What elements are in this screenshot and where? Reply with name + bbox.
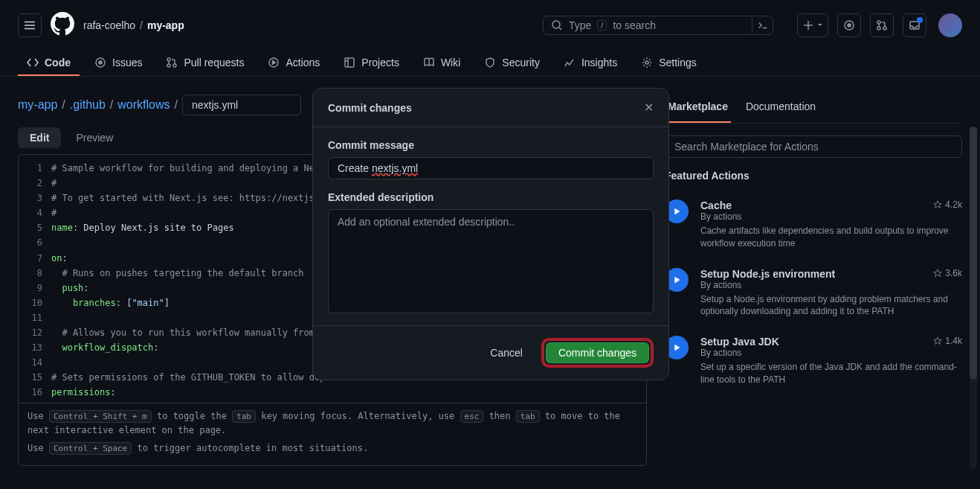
marketplace-tab[interactable]: Marketplace	[665, 95, 731, 123]
tab-issues[interactable]: Issues	[86, 51, 151, 76]
star-icon	[933, 269, 942, 278]
svg-point-5	[883, 27, 886, 30]
code-icon	[27, 57, 39, 68]
issues-button[interactable]	[837, 13, 861, 37]
featured-heading: Featured Actions	[665, 170, 962, 182]
gear-icon	[641, 57, 653, 68]
extended-desc-input[interactable]: Add an optional extended description..	[328, 209, 654, 313]
filename-input[interactable]	[182, 95, 301, 115]
crumb-github[interactable]: .github	[70, 98, 106, 112]
plus-icon	[802, 19, 814, 31]
svg-point-4	[877, 27, 880, 30]
action-card[interactable]: Setup Node.js environment3.6k By actions…	[665, 259, 962, 327]
star-icon	[933, 336, 942, 345]
scrollbar-thumb[interactable]	[970, 127, 977, 380]
play-icon	[268, 57, 280, 68]
search-input[interactable]: Type / to search	[543, 16, 773, 35]
svg-point-0	[552, 21, 560, 28]
commit-modal: Commit changes ✕ Commit message Create n…	[312, 88, 669, 380]
pr-icon	[876, 19, 888, 31]
github-logo[interactable]	[51, 12, 74, 39]
tab-insights[interactable]: Insights	[555, 51, 626, 76]
commit-message-input[interactable]: Create nextjs.yml	[328, 157, 654, 179]
repo-breadcrumb: rafa-coelho / my-app	[83, 19, 184, 31]
graph-icon	[564, 57, 576, 68]
create-menu[interactable]	[797, 13, 828, 37]
issue-icon	[843, 19, 855, 31]
svg-point-9	[167, 64, 170, 67]
notification-dot	[917, 17, 923, 23]
search-icon	[551, 19, 563, 31]
svg-point-10	[173, 64, 176, 67]
owner-link[interactable]: rafa-coelho	[83, 19, 135, 31]
modal-title: Commit changes	[328, 102, 412, 114]
avatar[interactable]	[938, 13, 962, 37]
action-card[interactable]: Cache4.2k By actions Cache artifacts lik…	[665, 191, 962, 259]
editor-hints: Use Control + Shift + m to toggle the ta…	[19, 403, 646, 465]
pr-icon	[166, 57, 178, 68]
cancel-button[interactable]: Cancel	[477, 338, 535, 368]
tab-projects[interactable]: Projects	[335, 51, 408, 76]
tab-pull-requests[interactable]: Pull requests	[157, 51, 253, 76]
svg-point-7	[99, 61, 102, 64]
command-palette-icon[interactable]	[752, 17, 768, 33]
pull-requests-button[interactable]	[870, 13, 894, 37]
preview-tab[interactable]: Preview	[64, 127, 125, 148]
project-icon	[344, 57, 355, 68]
svg-point-2	[848, 24, 851, 27]
scrollbar[interactable]	[970, 127, 977, 469]
close-icon[interactable]: ✕	[644, 100, 654, 115]
svg-rect-12	[345, 58, 354, 67]
commit-message-label: Commit message	[328, 139, 654, 151]
action-card[interactable]: Setup Java JDK1.4k By actions Set up a s…	[665, 327, 962, 395]
edit-tab[interactable]: Edit	[18, 127, 61, 148]
star-icon	[933, 200, 942, 209]
svg-point-8	[167, 58, 170, 61]
file-path-breadcrumb: my-app/.github/workflows/	[18, 95, 301, 115]
tab-wiki[interactable]: Wiki	[414, 51, 469, 76]
documentation-tab[interactable]: Documentation	[743, 95, 819, 123]
svg-point-3	[877, 21, 880, 24]
tab-settings[interactable]: Settings	[632, 51, 706, 76]
crumb-workflows[interactable]: workflows	[117, 98, 170, 112]
chevron-down-icon	[817, 22, 823, 28]
crumb-repo[interactable]: my-app	[18, 98, 57, 112]
svg-point-13	[645, 61, 648, 64]
shield-icon	[484, 57, 496, 68]
line-numbers: 1234567891011121314151617	[19, 155, 51, 403]
extended-desc-label: Extended description	[328, 191, 654, 203]
tab-security[interactable]: Security	[475, 51, 549, 76]
inbox-button[interactable]	[903, 13, 926, 37]
hamburger-menu[interactable]	[18, 13, 42, 37]
commit-button[interactable]: Commit changes	[546, 342, 649, 363]
issue-icon	[94, 57, 106, 68]
book-icon	[423, 57, 435, 68]
tab-code[interactable]: Code	[18, 51, 80, 76]
repo-link[interactable]: my-app	[147, 19, 184, 31]
marketplace-search[interactable]: Search Marketplace for Actions	[665, 135, 962, 158]
tab-actions[interactable]: Actions	[259, 51, 329, 76]
